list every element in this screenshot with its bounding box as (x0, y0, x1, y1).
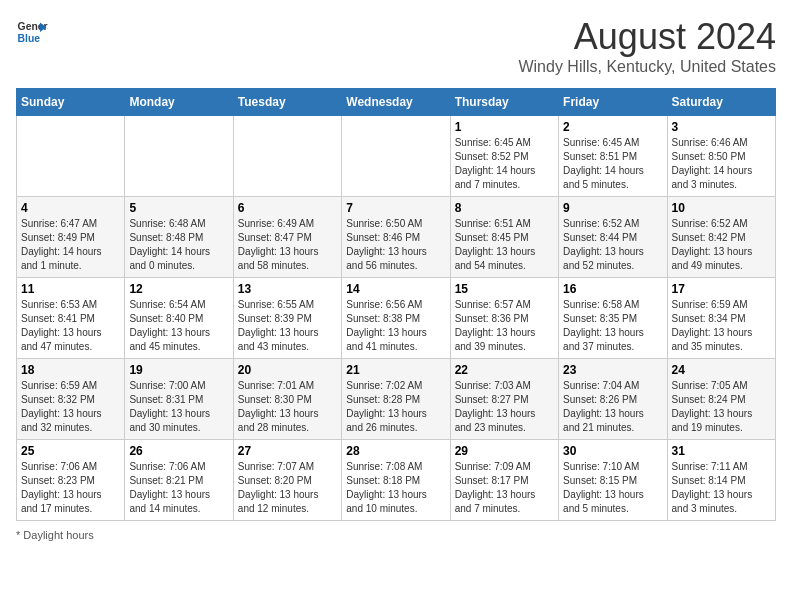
day-info: Sunrise: 6:52 AM Sunset: 8:42 PM Dayligh… (672, 217, 771, 273)
calendar-cell: 19Sunrise: 7:00 AM Sunset: 8:31 PM Dayli… (125, 359, 233, 440)
day-info: Sunrise: 7:06 AM Sunset: 8:23 PM Dayligh… (21, 460, 120, 516)
day-info: Sunrise: 6:54 AM Sunset: 8:40 PM Dayligh… (129, 298, 228, 354)
calendar-header-row: SundayMondayTuesdayWednesdayThursdayFrid… (17, 89, 776, 116)
day-number: 19 (129, 363, 228, 377)
day-number: 8 (455, 201, 554, 215)
calendar-week-row: 25Sunrise: 7:06 AM Sunset: 8:23 PM Dayli… (17, 440, 776, 521)
day-info: Sunrise: 6:46 AM Sunset: 8:50 PM Dayligh… (672, 136, 771, 192)
calendar-cell: 30Sunrise: 7:10 AM Sunset: 8:15 PM Dayli… (559, 440, 667, 521)
day-number: 18 (21, 363, 120, 377)
calendar-cell: 11Sunrise: 6:53 AM Sunset: 8:41 PM Dayli… (17, 278, 125, 359)
day-number: 6 (238, 201, 337, 215)
day-info: Sunrise: 7:08 AM Sunset: 8:18 PM Dayligh… (346, 460, 445, 516)
calendar-cell: 21Sunrise: 7:02 AM Sunset: 8:28 PM Dayli… (342, 359, 450, 440)
day-number: 16 (563, 282, 662, 296)
calendar-cell: 31Sunrise: 7:11 AM Sunset: 8:14 PM Dayli… (667, 440, 775, 521)
day-number: 3 (672, 120, 771, 134)
day-info: Sunrise: 7:09 AM Sunset: 8:17 PM Dayligh… (455, 460, 554, 516)
calendar-cell: 2Sunrise: 6:45 AM Sunset: 8:51 PM Daylig… (559, 116, 667, 197)
day-info: Sunrise: 6:49 AM Sunset: 8:47 PM Dayligh… (238, 217, 337, 273)
day-number: 28 (346, 444, 445, 458)
day-info: Sunrise: 7:01 AM Sunset: 8:30 PM Dayligh… (238, 379, 337, 435)
calendar-cell: 13Sunrise: 6:55 AM Sunset: 8:39 PM Dayli… (233, 278, 341, 359)
day-info: Sunrise: 6:58 AM Sunset: 8:35 PM Dayligh… (563, 298, 662, 354)
calendar-cell: 26Sunrise: 7:06 AM Sunset: 8:21 PM Dayli… (125, 440, 233, 521)
calendar-cell: 14Sunrise: 6:56 AM Sunset: 8:38 PM Dayli… (342, 278, 450, 359)
day-number: 1 (455, 120, 554, 134)
day-info: Sunrise: 7:06 AM Sunset: 8:21 PM Dayligh… (129, 460, 228, 516)
calendar-cell (342, 116, 450, 197)
calendar-cell: 12Sunrise: 6:54 AM Sunset: 8:40 PM Dayli… (125, 278, 233, 359)
calendar-day-header: Wednesday (342, 89, 450, 116)
day-number: 24 (672, 363, 771, 377)
day-info: Sunrise: 6:57 AM Sunset: 8:36 PM Dayligh… (455, 298, 554, 354)
calendar-cell: 22Sunrise: 7:03 AM Sunset: 8:27 PM Dayli… (450, 359, 558, 440)
day-info: Sunrise: 7:04 AM Sunset: 8:26 PM Dayligh… (563, 379, 662, 435)
title-block: August 2024 Windy Hills, Kentucky, Unite… (518, 16, 776, 76)
day-number: 10 (672, 201, 771, 215)
day-info: Sunrise: 6:56 AM Sunset: 8:38 PM Dayligh… (346, 298, 445, 354)
day-info: Sunrise: 7:07 AM Sunset: 8:20 PM Dayligh… (238, 460, 337, 516)
calendar-cell: 1Sunrise: 6:45 AM Sunset: 8:52 PM Daylig… (450, 116, 558, 197)
calendar-cell: 5Sunrise: 6:48 AM Sunset: 8:48 PM Daylig… (125, 197, 233, 278)
calendar-cell: 28Sunrise: 7:08 AM Sunset: 8:18 PM Dayli… (342, 440, 450, 521)
daylight-label: Daylight hours (23, 529, 93, 541)
day-info: Sunrise: 6:47 AM Sunset: 8:49 PM Dayligh… (21, 217, 120, 273)
day-number: 13 (238, 282, 337, 296)
logo-icon: General Blue (16, 16, 48, 48)
calendar-week-row: 11Sunrise: 6:53 AM Sunset: 8:41 PM Dayli… (17, 278, 776, 359)
day-info: Sunrise: 6:55 AM Sunset: 8:39 PM Dayligh… (238, 298, 337, 354)
day-number: 5 (129, 201, 228, 215)
subtitle: Windy Hills, Kentucky, United States (518, 58, 776, 76)
calendar-cell: 25Sunrise: 7:06 AM Sunset: 8:23 PM Dayli… (17, 440, 125, 521)
day-info: Sunrise: 7:00 AM Sunset: 8:31 PM Dayligh… (129, 379, 228, 435)
calendar-day-header: Saturday (667, 89, 775, 116)
day-info: Sunrise: 6:48 AM Sunset: 8:48 PM Dayligh… (129, 217, 228, 273)
calendar-cell: 10Sunrise: 6:52 AM Sunset: 8:42 PM Dayli… (667, 197, 775, 278)
calendar-cell: 23Sunrise: 7:04 AM Sunset: 8:26 PM Dayli… (559, 359, 667, 440)
day-info: Sunrise: 6:59 AM Sunset: 8:34 PM Dayligh… (672, 298, 771, 354)
calendar-cell: 4Sunrise: 6:47 AM Sunset: 8:49 PM Daylig… (17, 197, 125, 278)
day-info: Sunrise: 7:02 AM Sunset: 8:28 PM Dayligh… (346, 379, 445, 435)
day-number: 14 (346, 282, 445, 296)
day-number: 20 (238, 363, 337, 377)
calendar-cell: 29Sunrise: 7:09 AM Sunset: 8:17 PM Dayli… (450, 440, 558, 521)
day-info: Sunrise: 7:05 AM Sunset: 8:24 PM Dayligh… (672, 379, 771, 435)
day-number: 29 (455, 444, 554, 458)
calendar-cell (125, 116, 233, 197)
calendar-cell: 18Sunrise: 6:59 AM Sunset: 8:32 PM Dayli… (17, 359, 125, 440)
calendar-cell: 24Sunrise: 7:05 AM Sunset: 8:24 PM Dayli… (667, 359, 775, 440)
calendar-cell: 9Sunrise: 6:52 AM Sunset: 8:44 PM Daylig… (559, 197, 667, 278)
day-info: Sunrise: 7:11 AM Sunset: 8:14 PM Dayligh… (672, 460, 771, 516)
day-number: 12 (129, 282, 228, 296)
day-number: 15 (455, 282, 554, 296)
calendar-week-row: 18Sunrise: 6:59 AM Sunset: 8:32 PM Dayli… (17, 359, 776, 440)
day-number: 30 (563, 444, 662, 458)
day-info: Sunrise: 6:50 AM Sunset: 8:46 PM Dayligh… (346, 217, 445, 273)
calendar-cell: 6Sunrise: 6:49 AM Sunset: 8:47 PM Daylig… (233, 197, 341, 278)
calendar-cell: 16Sunrise: 6:58 AM Sunset: 8:35 PM Dayli… (559, 278, 667, 359)
day-info: Sunrise: 6:45 AM Sunset: 8:51 PM Dayligh… (563, 136, 662, 192)
calendar-day-header: Thursday (450, 89, 558, 116)
calendar-day-header: Friday (559, 89, 667, 116)
day-number: 26 (129, 444, 228, 458)
day-number: 4 (21, 201, 120, 215)
day-number: 22 (455, 363, 554, 377)
calendar-day-header: Sunday (17, 89, 125, 116)
calendar-table: SundayMondayTuesdayWednesdayThursdayFrid… (16, 88, 776, 521)
calendar-week-row: 1Sunrise: 6:45 AM Sunset: 8:52 PM Daylig… (17, 116, 776, 197)
day-number: 17 (672, 282, 771, 296)
page-header: General Blue August 2024 Windy Hills, Ke… (16, 16, 776, 76)
main-title: August 2024 (518, 16, 776, 58)
day-number: 9 (563, 201, 662, 215)
calendar-cell (17, 116, 125, 197)
calendar-cell: 15Sunrise: 6:57 AM Sunset: 8:36 PM Dayli… (450, 278, 558, 359)
day-info: Sunrise: 6:53 AM Sunset: 8:41 PM Dayligh… (21, 298, 120, 354)
day-info: Sunrise: 7:03 AM Sunset: 8:27 PM Dayligh… (455, 379, 554, 435)
calendar-cell: 7Sunrise: 6:50 AM Sunset: 8:46 PM Daylig… (342, 197, 450, 278)
day-number: 23 (563, 363, 662, 377)
calendar-day-header: Tuesday (233, 89, 341, 116)
day-number: 7 (346, 201, 445, 215)
footer-note: * Daylight hours (16, 529, 776, 541)
day-info: Sunrise: 6:59 AM Sunset: 8:32 PM Dayligh… (21, 379, 120, 435)
